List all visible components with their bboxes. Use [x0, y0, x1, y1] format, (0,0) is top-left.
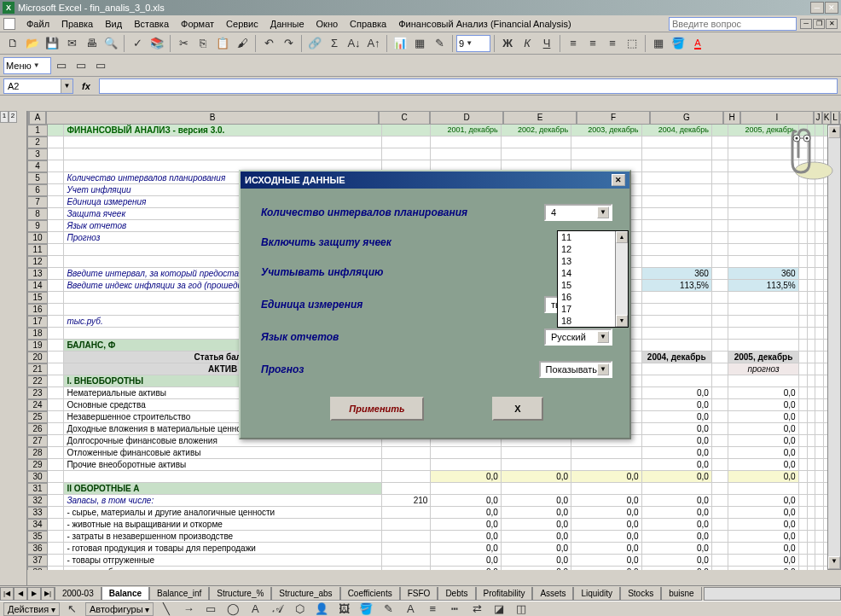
cell[interactable]	[712, 208, 728, 220]
col-header-K[interactable]: K	[822, 111, 831, 125]
cell[interactable]: 0,0	[431, 555, 501, 567]
bold-icon[interactable]: Ж	[498, 34, 517, 53]
cell[interactable]: 0,0	[728, 399, 798, 411]
name-box[interactable]	[4, 81, 61, 91]
cell[interactable]	[431, 483, 501, 495]
picture-icon[interactable]: 🖼	[334, 600, 353, 617]
cell[interactable]	[799, 125, 808, 137]
close-button[interactable]: ✕	[825, 2, 838, 14]
cell[interactable]: 0,0	[642, 447, 712, 459]
cell[interactable]: 0,0	[642, 423, 712, 435]
cell[interactable]	[712, 137, 728, 148]
cell[interactable]	[815, 507, 824, 519]
cell[interactable]	[799, 220, 808, 232]
cell[interactable]	[642, 363, 712, 375]
cell[interactable]	[815, 125, 824, 137]
cell[interactable]	[712, 340, 728, 352]
mail-icon[interactable]: ✉	[62, 34, 81, 53]
cell[interactable]	[48, 196, 64, 208]
cell[interactable]	[642, 172, 712, 184]
cell[interactable]: 0,0	[642, 531, 712, 543]
sort-asc-icon[interactable]: A↓	[345, 34, 363, 53]
cell[interactable]	[571, 459, 641, 471]
language-combo[interactable]: Русский▼	[544, 328, 612, 346]
cell[interactable]	[48, 375, 64, 387]
cell[interactable]	[642, 220, 712, 232]
forecast-combo[interactable]: Показывать▼	[539, 361, 612, 378]
align-left-icon[interactable]: ≡	[564, 34, 583, 53]
cell[interactable]	[382, 471, 432, 483]
cell[interactable]	[382, 567, 432, 570]
row-header[interactable]: 31	[27, 483, 48, 495]
doc-restore[interactable]: ❐	[813, 19, 825, 29]
cell[interactable]: - расходы будущих периодов	[64, 567, 381, 570]
cell[interactable]	[712, 328, 728, 340]
row-header[interactable]: 10	[27, 232, 48, 244]
cell[interactable]: 0,0	[642, 519, 712, 531]
cell[interactable]	[48, 519, 64, 531]
line-style-icon[interactable]: ≡	[423, 600, 442, 617]
row-header[interactable]: 9	[27, 220, 48, 232]
cell[interactable]: 0,0	[502, 543, 571, 555]
cell[interactable]	[382, 543, 432, 555]
cell[interactable]	[382, 531, 432, 543]
cell[interactable]	[728, 328, 798, 340]
cell[interactable]	[799, 268, 808, 280]
cell[interactable]: 0,0	[571, 555, 641, 567]
help-question-input[interactable]	[669, 17, 797, 31]
cell[interactable]	[728, 292, 798, 304]
cell[interactable]	[712, 244, 728, 256]
cell[interactable]: 0,0	[642, 555, 712, 567]
cell[interactable]	[808, 507, 816, 519]
menu-financial-analysis[interactable]: Финансовый Анализ (Financial Analysis)	[392, 17, 577, 31]
cell[interactable]	[799, 567, 808, 570]
cell[interactable]	[382, 447, 432, 459]
scroll-down-icon[interactable]: ▼	[828, 556, 840, 569]
cell[interactable]	[808, 399, 816, 411]
fill-color-icon[interactable]: 🪣	[669, 34, 687, 53]
sheet-tab-Assets[interactable]: Assets	[532, 587, 573, 601]
cell[interactable]	[642, 375, 712, 387]
cell[interactable]	[48, 363, 64, 375]
cell[interactable]	[48, 447, 64, 459]
cell[interactable]	[815, 447, 824, 459]
cell[interactable]	[815, 244, 824, 256]
cell[interactable]: 2004, декабрь	[642, 125, 712, 137]
row-header[interactable]: 37	[27, 555, 48, 567]
cell[interactable]	[799, 483, 808, 495]
cell[interactable]	[799, 352, 808, 363]
row-header[interactable]: 1	[27, 125, 48, 137]
cell[interactable]	[728, 172, 798, 184]
cell[interactable]	[642, 316, 712, 328]
dropdown-item[interactable]: 16	[558, 291, 615, 303]
cell[interactable]: 0,0	[571, 495, 641, 507]
cell[interactable]	[571, 483, 641, 495]
dropdown-item[interactable]: 15	[558, 279, 615, 291]
cell[interactable]	[808, 352, 816, 363]
cell[interactable]	[728, 220, 798, 232]
row-header[interactable]: 17	[27, 316, 48, 328]
cell[interactable]	[48, 483, 64, 495]
scroll-up-icon[interactable]: ▲	[828, 125, 840, 138]
cell[interactable]	[815, 519, 824, 531]
cell[interactable]: 0,0	[502, 471, 571, 483]
font-color-icon[interactable]: A	[688, 34, 707, 53]
cell[interactable]	[712, 399, 728, 411]
row-header[interactable]: 8	[27, 208, 48, 220]
cell[interactable]	[48, 352, 64, 363]
borders-icon[interactable]: ▦	[649, 34, 668, 53]
cell[interactable]	[712, 447, 728, 459]
cell[interactable]	[815, 531, 824, 543]
cell[interactable]	[64, 137, 381, 148]
cell[interactable]	[808, 447, 816, 459]
cell[interactable]: 0,0	[642, 459, 712, 471]
cell[interactable]: 0,0	[571, 567, 641, 570]
cell[interactable]	[48, 423, 64, 435]
align-center-icon[interactable]: ≡	[583, 34, 602, 53]
cell[interactable]	[712, 471, 728, 483]
cell[interactable]: 0,0	[431, 543, 501, 555]
cell[interactable]: - животные на выращивании и откорме	[64, 519, 381, 531]
cell[interactable]	[799, 292, 808, 304]
cut-icon[interactable]: ✂	[174, 34, 193, 53]
cell[interactable]: ФИНАНСОВЫЙ АНАЛИЗ - версия 3.0.	[64, 125, 381, 137]
